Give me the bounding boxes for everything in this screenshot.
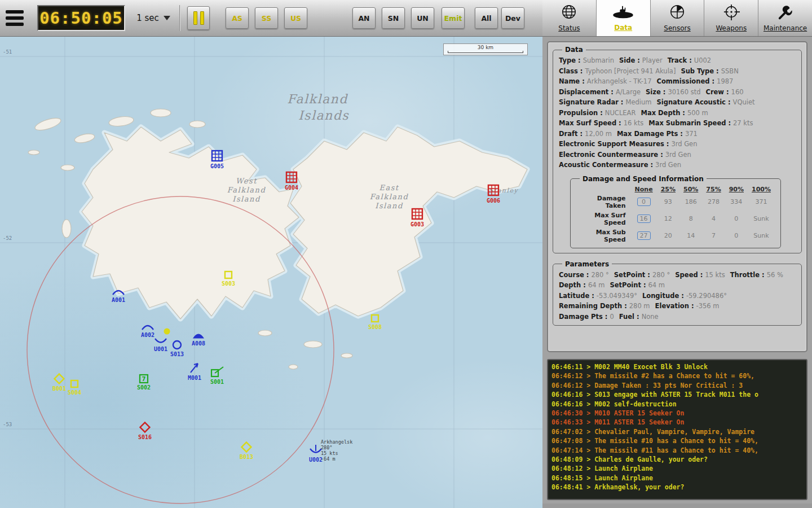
tab-maintenance[interactable]: Maintenance — [758, 0, 812, 36]
field-label: Track : — [668, 56, 694, 64]
tab-sensors[interactable]: Sensors — [651, 0, 705, 36]
filter-button-us[interactable]: US — [284, 7, 307, 29]
field-label: Max Depth : — [641, 109, 687, 117]
info-row: Max Surf Speed : 16 ktsMax Submarin Spee… — [559, 118, 796, 129]
field-value: 27 kts — [733, 119, 753, 127]
field-value: 16 kts — [624, 119, 643, 127]
track-S003[interactable]: S003 — [222, 270, 235, 287]
tab-label: Status — [558, 24, 580, 32]
track-S013[interactable]: S013 — [170, 339, 184, 357]
field-value: 3rd Gen — [671, 140, 697, 148]
tab-label: Data — [614, 24, 632, 32]
globe-icon — [559, 4, 579, 23]
track-B013[interactable]: B013 — [240, 441, 253, 460]
damage-col-header: 100% — [748, 185, 775, 194]
track-symbol-icon — [210, 149, 224, 163]
info-row: Damage Pts : 0Fuel : None — [559, 312, 796, 322]
damage-row: Damage Taken093186278334371 — [576, 194, 775, 211]
info-row: Latitude : -53.049349°Longitude : -59.29… — [559, 291, 796, 301]
menu-button[interactable] — [6, 7, 30, 29]
filter-button-all[interactable]: All — [475, 7, 498, 29]
field-value: 280 ° — [591, 271, 608, 279]
field-value: -59.290486° — [686, 292, 727, 300]
info-row: Signature Radar : MediumSignature Acoust… — [559, 97, 796, 108]
filter-button-ss[interactable]: SS — [255, 7, 278, 29]
field-value: Submarin — [583, 56, 614, 64]
field-label: Damage Pts : — [559, 313, 610, 321]
track-S008[interactable]: S008 — [368, 313, 382, 330]
track-U001[interactable]: U001 — [153, 336, 168, 352]
track-M001[interactable]: M001 — [188, 361, 201, 381]
field-label: Speed : — [675, 271, 705, 279]
track-S004[interactable]: S004 — [68, 379, 81, 396]
damage-row: Max Sub Speed27201470Sunk — [576, 227, 775, 244]
filter-button-an[interactable]: AN — [352, 7, 376, 29]
islands — [28, 109, 527, 369]
field-value: 160 — [731, 88, 744, 96]
filter-button-emit[interactable]: Emit — [442, 7, 465, 29]
track-label: S013 — [170, 351, 184, 357]
info-row: Electronic Countermeasure : 3rd Gen — [559, 150, 796, 160]
field-value: 500 m — [687, 109, 708, 117]
track-symbol-icon — [153, 336, 168, 345]
field-label: Elevation : — [655, 302, 696, 310]
track-G003[interactable]: G003 — [411, 207, 424, 227]
filter-button-sn[interactable]: SN — [382, 7, 405, 29]
field-value: 0 — [610, 313, 614, 321]
field-value: 64 m — [588, 281, 605, 289]
track-symbol-icon — [192, 331, 205, 340]
log-line: 06:48:41 > Arkhangelsk, your oder? — [551, 483, 803, 492]
track-symbol-icon — [240, 441, 253, 453]
track-S002[interactable]: 7S002 — [137, 374, 151, 391]
field-value: 3rd Gen — [655, 161, 681, 169]
tactical-map[interactable]: FalklandIslandsWestFalklandIslandEastFal… — [0, 37, 542, 508]
time-step-value: 1 sec — [136, 13, 159, 23]
tab-data[interactable]: Data — [597, 0, 651, 36]
pause-button[interactable] — [187, 6, 210, 30]
track-G004[interactable]: G004 — [285, 170, 298, 191]
track-A008[interactable]: A008 — [192, 331, 205, 347]
track-datum[interactable] — [163, 327, 171, 335]
event-log[interactable]: 06:46:11 > M002 MM40 Exocet Blk 3 Unlock… — [547, 359, 807, 500]
track-S016[interactable]: S016 — [138, 421, 152, 440]
track-label: B013 — [240, 454, 253, 460]
damage-col-header: None — [631, 185, 657, 194]
track-G006[interactable]: G006 — [487, 183, 500, 204]
field-value: Medium — [625, 98, 651, 106]
filter-button-un[interactable]: UN — [411, 7, 434, 29]
field-value: NUCLEAR — [605, 109, 636, 117]
track-label: S002 — [137, 384, 151, 391]
track-G005[interactable]: G005 — [210, 149, 224, 169]
sim-clock: 06:50:05 — [37, 5, 125, 31]
track-label: B001 — [52, 386, 66, 392]
track-A002[interactable]: A002 — [140, 322, 155, 338]
damage-col-header: 90% — [725, 185, 748, 194]
track-B001[interactable]: B001 — [52, 373, 66, 392]
field-label: Fuel : — [619, 313, 642, 321]
log-line: 06:46:12 > Damage Taken : 33 pts Nor Cri… — [551, 381, 803, 390]
tab-weapons[interactable]: Weapons — [704, 0, 758, 36]
track-symbol-icon: 7 — [137, 374, 151, 384]
track-label: A001 — [111, 297, 126, 303]
field-label: Electronic Support Measures : — [559, 140, 671, 148]
tab-status[interactable]: Status — [542, 0, 597, 36]
track-S001[interactable]: S001 — [210, 366, 224, 385]
field-label: Commissioned : — [656, 77, 717, 85]
track-A001[interactable]: A001 — [111, 287, 126, 303]
field-value: -356 m — [696, 302, 720, 310]
field-value: 64 m — [648, 281, 665, 289]
scale-label: 30 km — [478, 45, 493, 50]
time-step-selector[interactable]: 1 sec — [127, 5, 179, 31]
track-symbol-icon — [138, 421, 152, 433]
field-value: VQuiet — [733, 98, 755, 106]
crosshair-icon — [721, 4, 742, 23]
info-row: Type : SubmarinSide : PlayerTrack : U002 — [559, 55, 796, 66]
field-label: Depth : — [559, 281, 588, 289]
filter-button-as[interactable]: AS — [226, 7, 249, 29]
chevron-down-icon — [164, 16, 170, 20]
filter-button-dev[interactable]: Dev — [501, 7, 524, 29]
track-label: G004 — [285, 185, 298, 191]
field-value: None — [642, 313, 659, 321]
track-label: G006 — [487, 198, 500, 204]
track-U002[interactable]: U002Arkhangelsk280°15 kts-64 m — [308, 444, 323, 463]
